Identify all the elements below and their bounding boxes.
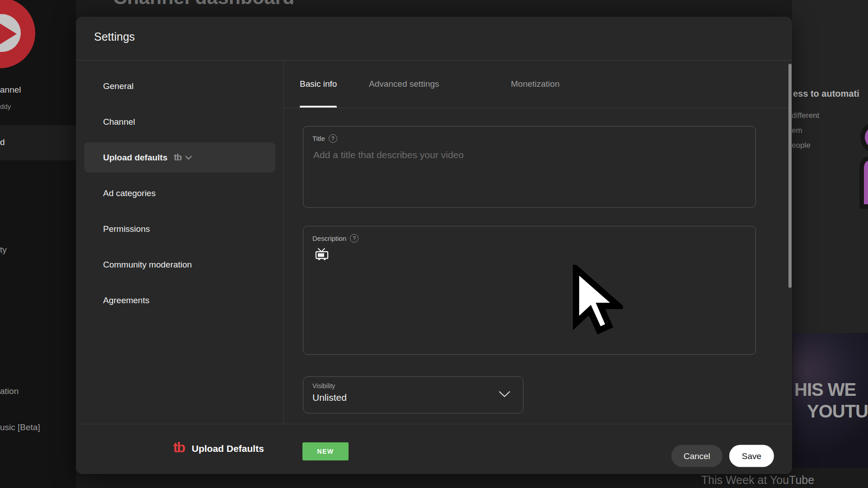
tab-advanced-settings[interactable]: Advanced settings xyxy=(369,60,439,108)
video-thumbnail: HIS WE YOUTU xyxy=(793,333,868,468)
sidebar-item-label: Agreements xyxy=(103,296,149,305)
footer-brand-label: Upload Defaults xyxy=(192,443,264,454)
channel-avatar xyxy=(0,0,76,72)
help-icon[interactable]: ? xyxy=(329,134,337,143)
video-caption: This Week at YouTube xyxy=(701,474,814,487)
save-button[interactable]: Save xyxy=(729,445,774,467)
youtube-studio-screen: annel ddy d ty ation usic [Beta] Channel… xyxy=(0,0,868,488)
sidebar-item-label: Upload defaults xyxy=(103,153,168,163)
dialog-footer: tb Upload Defaults NEW Cancel Save xyxy=(76,424,792,474)
title-input[interactable] xyxy=(312,149,739,161)
sidebar-item-ad-categories[interactable]: Ad categories xyxy=(84,178,275,208)
page-title: Channel dashboard xyxy=(113,0,294,9)
tubebuddy-logo-icon: tb xyxy=(173,441,184,455)
background-left-sidebar xyxy=(0,0,76,488)
title-field-label: Title xyxy=(312,135,325,142)
tab-label: Advanced settings xyxy=(369,79,439,89)
description-field[interactable]: Description ? xyxy=(303,226,756,355)
bg-sidebar-customization-fragment: ation xyxy=(0,386,19,396)
sidebar-item-general[interactable]: General xyxy=(84,71,275,101)
bg-sidebar-subtitle-fragment: ddy xyxy=(0,103,11,110)
thumb-text-line2: YOUTU xyxy=(807,401,868,422)
chevron-down-icon[interactable] xyxy=(499,391,510,398)
sidebar-divider xyxy=(283,60,284,424)
cancel-button[interactable]: Cancel xyxy=(671,445,722,467)
bg-promo-heading-fragment: ess to automati xyxy=(793,89,859,99)
sidebar-item-permissions[interactable]: Permissions xyxy=(84,214,275,244)
description-field-label: Description xyxy=(312,235,346,242)
bg-promo-line3: eople xyxy=(792,141,811,150)
bg-sidebar-channel-fragment: annel xyxy=(0,85,21,95)
tv-icon xyxy=(315,248,329,260)
bg-promo-line1: different xyxy=(792,111,819,120)
new-badge[interactable]: NEW xyxy=(302,442,349,460)
tab-label: Monetization xyxy=(511,79,560,89)
tab-monetization[interactable]: Monetization xyxy=(511,60,560,108)
person-icon xyxy=(848,118,868,209)
channel-avatar-icon xyxy=(0,0,73,72)
sidebar-item-agreements[interactable]: Agreements xyxy=(84,285,275,315)
bg-sidebar-dashboard-fragment: d xyxy=(0,137,5,147)
modal-scrollbar[interactable] xyxy=(788,64,792,288)
sidebar-item-label: Channel xyxy=(103,117,135,127)
sidebar-item-label: Ad categories xyxy=(103,188,156,198)
visibility-select[interactable]: Visibility Unlisted xyxy=(303,376,524,413)
sidebar-item-label: Community moderation xyxy=(103,260,192,270)
sidebar-item-community-moderation[interactable]: Community moderation xyxy=(84,249,275,280)
sidebar-item-upload-defaults[interactable]: Upload defaults tb xyxy=(84,142,275,173)
settings-dialog: Settings General Channel Upload defaults… xyxy=(76,17,792,474)
dialog-title: Settings xyxy=(94,30,135,43)
promo-illustration xyxy=(848,118,868,209)
tabs-divider xyxy=(283,108,792,108)
tab-label: Basic info xyxy=(300,79,337,89)
sidebar-item-channel[interactable]: Channel xyxy=(84,107,275,137)
tubebuddy-icon: tb xyxy=(174,152,182,163)
visibility-value: Unlisted xyxy=(312,392,347,403)
chevron-down-icon[interactable] xyxy=(185,155,192,160)
sidebar-item-label: Permissions xyxy=(103,224,150,234)
title-field[interactable]: Title ? xyxy=(303,126,756,208)
thumb-text-line1: HIS WE xyxy=(794,380,856,400)
bg-sidebar-selected-row xyxy=(0,125,76,160)
mouse-cursor xyxy=(571,265,623,339)
bg-sidebar-community-fragment: ty xyxy=(0,245,7,255)
bg-sidebar-music-fragment: usic [Beta] xyxy=(0,422,40,432)
bg-promo-line2: em xyxy=(792,126,802,135)
sidebar-item-label: General xyxy=(103,81,134,91)
help-icon[interactable]: ? xyxy=(350,234,359,243)
tab-basic-info[interactable]: Basic info xyxy=(300,60,337,108)
visibility-label: Visibility xyxy=(312,382,347,389)
